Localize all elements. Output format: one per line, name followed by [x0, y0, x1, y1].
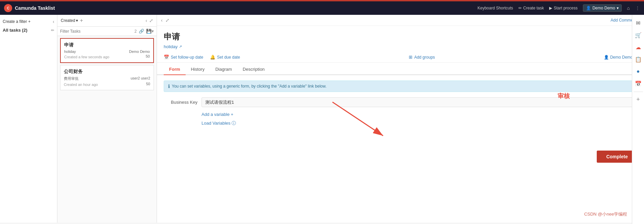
logo-area: C Camunda Tasklist: [4, 4, 55, 12]
task-list-panel: Created ▾ + ‹ ⤢ 2 🔗 💾▾: [57, 15, 157, 223]
task-main-title: 申请: [164, 31, 637, 42]
filter-tasks-input[interactable]: [60, 29, 133, 34]
bell-icon: 🔔: [210, 55, 215, 60]
calendar-icon: 📅: [164, 55, 169, 60]
task-item-assignee: Demo Demo: [129, 50, 150, 54]
business-key-input[interactable]: [202, 97, 637, 107]
filter-bar: 2 🔗 💾▾: [57, 27, 157, 36]
left-panel: Create a filter + ‹ All tasks (2) ✏: [0, 15, 57, 223]
user-icon: 👤: [604, 55, 609, 60]
tab-description[interactable]: Description: [237, 64, 270, 75]
task-item-priority: 50: [146, 54, 150, 59]
assignee-name: Demo Demo: [610, 55, 633, 60]
cloud-icon[interactable]: ☁: [633, 42, 644, 53]
header-left: Created ▾ +: [61, 18, 83, 24]
play-icon: ▶: [549, 6, 552, 10]
nav-right: Keyboard Shortcuts ✏ Create task ▶ Start…: [478, 4, 640, 12]
pencil-icon: ✏: [518, 6, 522, 10]
toolbar-left: ‹ ⤢: [161, 18, 169, 23]
business-key-label: Business Key: [164, 100, 197, 105]
task-item-meta: 费用审批 user2 user2: [64, 76, 150, 81]
save-filter-icon[interactable]: 💾▾: [146, 29, 154, 34]
edit-filter-icon[interactable]: ✏: [51, 28, 54, 33]
grid-icon: ⊞: [409, 55, 412, 60]
tab-history[interactable]: History: [186, 64, 210, 75]
user-menu[interactable]: 👤 Demo Demo ▾: [583, 4, 621, 12]
chevron-down-icon: ▾: [76, 18, 78, 23]
task-item-process: holiday: [64, 50, 76, 54]
add-variable-link[interactable]: Add a variable +: [202, 112, 233, 117]
sidebar-divider: [634, 92, 643, 92]
task-list-header: Created ▾ + ‹ ⤢: [57, 15, 157, 27]
calendar-icon[interactable]: 📅: [633, 78, 644, 89]
app-logo: C: [4, 4, 12, 12]
task-item-assignee: user2 user2: [131, 76, 150, 81]
all-tasks-filter[interactable]: All tasks (2) ✏: [0, 26, 57, 35]
annotation-shenhe: 审核: [558, 92, 570, 100]
create-task-link[interactable]: ✏ Create task: [518, 6, 544, 10]
home-icon[interactable]: ⌂: [627, 5, 630, 11]
task-item-name: 申请: [64, 42, 150, 48]
task-count-badge: 2: [134, 29, 137, 34]
header-right: ‹ ⤢: [145, 18, 153, 23]
task-form-area: ℹ You can set variables, using a generic…: [157, 75, 644, 132]
nav-extra-icon[interactable]: ⋮: [635, 5, 640, 11]
task-item-priority: 50: [146, 82, 150, 87]
follow-up-date-button[interactable]: 📅 Set follow-up date: [164, 55, 203, 60]
expand-content-button[interactable]: ⤢: [165, 18, 169, 23]
external-link-icon: ↗: [179, 44, 182, 49]
main-layout: Create a filter + ‹ All tasks (2) ✏ Crea…: [0, 15, 644, 223]
task-item[interactable]: 申请 holiday Demo Demo Created a few secon…: [60, 38, 154, 63]
complete-btn-area: Complete: [157, 145, 644, 168]
filter-icons: 2 🔗 💾▾: [134, 29, 154, 34]
add-sidebar-item-button[interactable]: +: [636, 96, 640, 103]
all-tasks-label: All tasks (2): [3, 28, 27, 33]
task-title-area: 申请 holiday ↗: [157, 26, 644, 52]
user-icon: 👤: [586, 6, 591, 10]
task-item-time: Created an hour ago: [64, 83, 98, 87]
chevron-down-icon: ▾: [617, 6, 619, 10]
right-sidebar: ✉ 🛒 ☁ 📋 ● 📅 +: [632, 15, 644, 224]
tab-form[interactable]: Form: [164, 64, 186, 75]
task-tabs: Form History Diagram Description: [157, 64, 644, 75]
app-title: Camunda Tasklist: [15, 5, 55, 11]
tab-diagram[interactable]: Diagram: [210, 64, 237, 75]
filter-header: Create a filter + ‹: [0, 18, 57, 26]
link-icon: 🔗: [139, 29, 144, 34]
info-icon: ℹ: [168, 84, 170, 89]
form-info-bar: ℹ You can set variables, using a generic…: [164, 81, 637, 92]
add-task-button[interactable]: +: [80, 18, 83, 24]
top-navigation: C Camunda Tasklist Keyboard Shortcuts ✏ …: [0, 1, 644, 15]
circle-icon[interactable]: ●: [633, 66, 644, 77]
back-arrow-button[interactable]: ‹: [161, 18, 163, 23]
annotation-arrow: [174, 85, 410, 153]
info-text: You can set variables, using a generic f…: [172, 84, 326, 89]
content-toolbar: ‹ ⤢ Add Comment +: [157, 15, 644, 26]
load-variables-link[interactable]: Load Variables ⓘ: [202, 120, 236, 126]
task-actions: 📅 Set follow-up date 🔔 Set due date ⊞ Ad…: [157, 52, 644, 63]
watermark: CSDN @小nee学编程: [584, 211, 627, 217]
process-link[interactable]: holiday ↗: [164, 44, 637, 49]
task-item-meta: holiday Demo Demo: [64, 50, 150, 54]
task-items-list: 申请 holiday Demo Demo Created a few secon…: [57, 36, 157, 223]
cart-icon[interactable]: 🛒: [633, 30, 644, 40]
expand-tasklist-button[interactable]: ⤢: [149, 18, 153, 23]
complete-button[interactable]: Complete: [597, 151, 637, 163]
task-item[interactable]: 公司财务 费用审批 user2 user2 Created an hour ag…: [60, 65, 154, 90]
main-content: ‹ ⤢ Add Comment + 申请 holiday ↗ 📅 Set fol…: [157, 15, 644, 223]
create-filter-link[interactable]: Create a filter +: [3, 19, 30, 24]
sort-button[interactable]: Created ▾: [61, 18, 78, 23]
task-item-process: 费用审批: [64, 76, 79, 81]
svg-line-1: [332, 102, 383, 136]
collapse-tasklist-button[interactable]: ‹: [145, 18, 147, 23]
clipboard-icon[interactable]: 📋: [633, 54, 644, 65]
task-item-name: 公司财务: [64, 69, 150, 75]
start-process-link[interactable]: ▶ Start process: [549, 6, 578, 10]
mail-icon[interactable]: ✉: [633, 18, 644, 28]
keyboard-shortcuts-link[interactable]: Keyboard Shortcuts: [478, 6, 513, 10]
collapse-left-panel-button[interactable]: ‹: [53, 19, 54, 24]
add-groups-button[interactable]: ⊞ Add groups: [409, 55, 435, 60]
due-date-button[interactable]: 🔔 Set due date: [210, 55, 240, 60]
task-item-time: Created a few seconds ago: [64, 55, 109, 59]
